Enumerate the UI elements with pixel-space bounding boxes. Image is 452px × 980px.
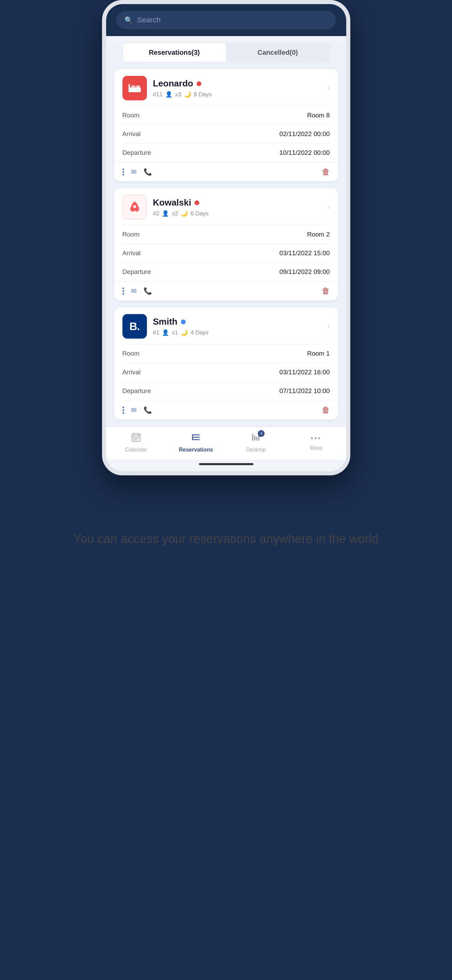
- email-button[interactable]: ✉: [131, 168, 137, 176]
- nav-label-reservations: Reservations: [179, 447, 213, 453]
- moon-icon: 🌙: [181, 210, 188, 217]
- departure-label: Departure: [122, 268, 151, 275]
- arrival-row: Arrival 03/11/2022 16:00: [122, 363, 330, 382]
- svg-rect-10: [135, 437, 137, 439]
- nav-label-calendar: Calendar: [125, 447, 147, 453]
- nav-icon-wrap: [131, 432, 141, 445]
- nav-icon-wrap: •••: [311, 432, 321, 443]
- arrival-row: Arrival 03/11/2022 15:00: [122, 244, 330, 263]
- delete-button[interactable]: 🗑: [322, 286, 330, 296]
- email-button[interactable]: ✉: [131, 287, 137, 295]
- departure-value: 07/11/2022 10:00: [279, 387, 330, 395]
- tab-cancelled[interactable]: Cancelled(0): [226, 43, 330, 62]
- marketing-section: Reception in your pocket You can access …: [0, 476, 452, 569]
- phone-button[interactable]: 📞: [144, 406, 152, 414]
- more-options-button[interactable]: [122, 407, 124, 414]
- svg-rect-12: [133, 439, 135, 440]
- card-details: Room Room 8 Arrival 02/11/2022 00:00 Dep…: [114, 106, 338, 162]
- departure-label: Departure: [122, 149, 151, 156]
- search-bar-area: 🔍 Search: [106, 4, 346, 36]
- nights: 6 Days: [190, 210, 208, 217]
- moon-icon: 🌙: [184, 91, 191, 98]
- svg-rect-2: [131, 86, 135, 89]
- guest-name: Leonardo: [153, 78, 193, 89]
- card-name-row: Smith: [153, 317, 321, 327]
- delete-button[interactable]: 🗑: [322, 405, 330, 415]
- source-logo-airbnb: [122, 195, 147, 220]
- room-label: Room: [122, 350, 140, 357]
- svg-rect-19: [254, 436, 255, 441]
- departure-value: 10/11/2022 00:00: [279, 149, 330, 156]
- card-header: Kowalski #2 👤 x2 🌙 6 Days ›: [114, 188, 338, 225]
- nav-item-calendar[interactable]: Calendar: [106, 432, 166, 453]
- booking-num: #11: [153, 91, 163, 98]
- more-options-button[interactable]: [122, 288, 124, 295]
- bottom-nav: Calendar Reservations 3 Desktop ••• More: [106, 426, 346, 460]
- calendar-nav-icon: [131, 432, 141, 445]
- nav-item-desktop[interactable]: 3 Desktop: [226, 432, 286, 453]
- nav-label-more: More: [310, 445, 322, 451]
- email-button[interactable]: ✉: [131, 406, 137, 414]
- arrival-label: Arrival: [122, 369, 141, 376]
- search-text: Search: [137, 16, 161, 24]
- departure-row: Departure 10/11/2022 00:00: [122, 143, 330, 162]
- room-value: Room 2: [307, 231, 330, 238]
- svg-point-4: [133, 205, 136, 208]
- card-name-row: Leonardo: [153, 78, 321, 89]
- cards-container: Leonardo #11 👤 x3 🌙 8 Days › Room Room 8: [106, 62, 346, 426]
- more-options-button[interactable]: [122, 169, 124, 176]
- chevron-right-icon[interactable]: ›: [327, 203, 330, 212]
- marketing-subtitle: You can access your reservations anywher…: [14, 530, 438, 548]
- nav-icon-wrap: 3: [251, 432, 261, 445]
- booking-num: #2: [153, 210, 160, 217]
- marketing-title: Reception in your pocket: [14, 503, 438, 520]
- departure-label: Departure: [122, 387, 151, 395]
- card-header: B. Smith #1 👤 x1 🌙 4 Days ›: [114, 307, 338, 344]
- phone-button[interactable]: 📞: [144, 287, 152, 295]
- phone-frame: 🔍 Search Reservations(3) Cancelled(0): [102, 0, 350, 476]
- room-row: Room Room 2: [122, 225, 330, 244]
- nav-item-more[interactable]: ••• More: [286, 432, 346, 453]
- card-actions: ✉ 📞 🗑: [114, 400, 338, 420]
- reservation-card: Kowalski #2 👤 x2 🌙 6 Days › Room Room 2: [114, 188, 338, 301]
- status-dot: [197, 81, 201, 86]
- home-indicator: [106, 460, 346, 471]
- guest-name: Smith: [153, 317, 178, 327]
- guest-icon: 👤: [162, 329, 169, 336]
- reservations-nav-icon: [191, 432, 201, 445]
- card-info: Leonardo #11 👤 x3 🌙 8 Days: [153, 78, 321, 98]
- tab-reservations[interactable]: Reservations(3): [123, 43, 226, 62]
- nav-icon-wrap: [191, 432, 201, 445]
- svg-rect-20: [256, 437, 257, 441]
- card-meta: #11 👤 x3 🌙 8 Days: [153, 91, 321, 98]
- reservation-card: Leonardo #11 👤 x3 🌙 8 Days › Room Room 8: [114, 69, 338, 181]
- card-details: Room Room 1 Arrival 03/11/2022 16:00 Dep…: [114, 344, 338, 400]
- svg-rect-3: [136, 86, 140, 89]
- guest-count: x1: [172, 329, 178, 336]
- chevron-right-icon[interactable]: ›: [327, 322, 330, 331]
- nav-item-reservations[interactable]: Reservations: [166, 432, 226, 453]
- card-info: Kowalski #2 👤 x2 🌙 6 Days: [153, 197, 321, 217]
- phone-button[interactable]: 📞: [144, 168, 152, 176]
- guest-icon: 👤: [165, 91, 173, 98]
- nav-badge: 3: [258, 430, 265, 437]
- arrival-row: Arrival 02/11/2022 00:00: [122, 125, 330, 143]
- more-nav-icon: •••: [311, 432, 321, 443]
- arrival-label: Arrival: [122, 250, 141, 257]
- delete-button[interactable]: 🗑: [322, 167, 330, 177]
- moon-icon: 🌙: [181, 329, 188, 336]
- card-meta: #2 👤 x2 🌙 6 Days: [153, 210, 321, 217]
- search-bar[interactable]: 🔍 Search: [116, 11, 336, 29]
- room-label: Room: [122, 231, 140, 238]
- departure-row: Departure 07/11/2022 10:00: [122, 382, 330, 400]
- reservation-card: B. Smith #1 👤 x1 🌙 4 Days › Room: [114, 307, 338, 420]
- card-info: Smith #1 👤 x1 🌙 4 Days: [153, 317, 321, 336]
- departure-row: Departure 09/11/2022 09:00: [122, 263, 330, 281]
- guest-icon: 👤: [162, 210, 169, 217]
- svg-rect-9: [133, 437, 135, 439]
- room-row: Room Room 1: [122, 344, 330, 363]
- svg-rect-1: [128, 84, 130, 92]
- card-actions: ✉ 📞 🗑: [114, 162, 338, 181]
- arrival-label: Arrival: [122, 130, 141, 138]
- chevron-right-icon[interactable]: ›: [327, 84, 330, 92]
